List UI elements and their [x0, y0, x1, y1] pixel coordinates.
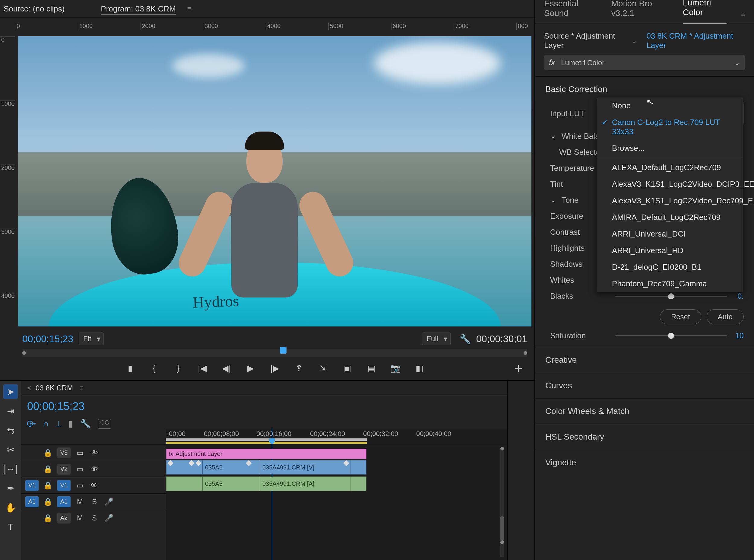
magnet-icon[interactable]: ∩ — [43, 419, 49, 429]
insert-icon[interactable]: ⇲ — [317, 362, 329, 374]
lut-option[interactable]: AlexaV3_K1S1_LogC2Video_DCIP3_EE — [597, 176, 743, 193]
tab-lumetri-color[interactable]: Lumetri Color — [683, 0, 727, 23]
program-monitor[interactable]: Hydros — [15, 30, 534, 328]
go-to-in-icon[interactable]: |◀ — [196, 362, 208, 374]
disclosure-icon[interactable]: ⌄ — [550, 133, 555, 140]
slip-tool-icon[interactable]: |↔| — [3, 462, 18, 476]
panel-menu-icon[interactable]: ≡ — [741, 10, 745, 18]
voice-over-icon[interactable]: 🎤 — [104, 514, 114, 522]
lock-icon[interactable]: 🔒 — [43, 481, 53, 490]
eye-icon[interactable]: 👁 — [89, 465, 100, 474]
lut-option[interactable]: ARRI_Universal_HD — [597, 242, 743, 259]
sync-lock-icon[interactable]: ▭ — [75, 465, 85, 474]
auto-button[interactable]: Auto — [707, 309, 744, 324]
lock-icon[interactable]: 🔒 — [43, 449, 53, 457]
step-forward-icon[interactable]: |▶ — [269, 362, 281, 374]
tab-essential-sound[interactable]: Essential Sound — [544, 0, 597, 23]
mute-button[interactable]: M — [75, 514, 85, 522]
eye-icon[interactable]: 👁 — [89, 481, 100, 490]
eye-icon[interactable]: 👁 — [89, 449, 100, 457]
saturation-slider[interactable] — [615, 335, 727, 336]
track-select-tool-icon[interactable]: ⇥ — [3, 404, 18, 418]
source-panel-title[interactable]: Source: (no clips) — [4, 4, 64, 14]
lut-option-browse[interactable]: Browse... — [597, 140, 743, 157]
lock-icon[interactable]: 🔒 — [43, 465, 53, 474]
step-back-icon[interactable]: ◀| — [221, 362, 232, 374]
sequence-menu-icon[interactable]: ≡ — [80, 384, 84, 392]
section-color-wheels[interactable]: Color Wheels & Match — [535, 398, 754, 424]
close-sequence-icon[interactable]: × — [27, 384, 32, 392]
current-timecode[interactable]: 00;00;15;23 — [22, 334, 73, 344]
mute-button[interactable]: M — [75, 498, 85, 506]
lock-icon[interactable]: 🔒 — [43, 498, 53, 506]
effect-dropdown[interactable]: fx Lumetri Color ⌄ — [544, 55, 745, 70]
audio-clip-row[interactable]: 035A5 035A4991.CRM [A] — [166, 476, 366, 491]
lut-option[interactable]: AlexaV3_K1S1_LogC2Video_Rec709_EE — [597, 193, 743, 209]
play-icon[interactable]: ▶ — [245, 362, 257, 374]
lut-option[interactable]: ALEXA_Default_LogC2Rec709 — [597, 159, 743, 176]
section-vignette[interactable]: Vignette — [535, 449, 754, 475]
mark-out-icon[interactable]: } — [172, 362, 184, 374]
lut-option[interactable]: AMIRA_Default_LogC2Rec709 — [597, 209, 743, 226]
panel-menu-icon[interactable]: ≡ — [187, 5, 191, 13]
selection-tool-icon[interactable]: ➤ — [3, 384, 18, 399]
voice-over-icon[interactable]: 🎤 — [104, 498, 114, 506]
mark-in-icon[interactable]: { — [148, 362, 160, 374]
reset-button[interactable]: Reset — [660, 309, 701, 324]
lift-icon[interactable]: ▤ — [365, 362, 377, 374]
section-hsl-secondary[interactable]: HSL Secondary — [535, 424, 754, 449]
snap-icon[interactable]: ⌱ — [27, 419, 36, 429]
video-clip-row[interactable]: 035A5 035A4991.CRM [V] — [166, 460, 366, 475]
source-v1-button[interactable]: V1 — [25, 480, 39, 491]
lut-option[interactable]: D-21_delogC_EI0200_B1 — [597, 259, 743, 276]
track-v2-label[interactable]: V2 — [57, 464, 70, 475]
adjustment-layer-clip[interactable]: fx Adjustment Layer — [166, 449, 366, 459]
sync-lock-icon[interactable]: ▭ — [75, 449, 85, 457]
timeline-ruler[interactable]: ;00;00 00;00;08;00 00;00;16;00 00;00;24;… — [166, 429, 507, 444]
overwrite-icon[interactable]: ▣ — [341, 362, 353, 374]
playhead-handle[interactable] — [280, 347, 287, 354]
settings-icon[interactable]: 🔧 — [80, 419, 91, 429]
camera-icon[interactable]: 📷 — [389, 362, 402, 374]
lut-option[interactable]: Phantom_Rec709_Gamma — [597, 276, 743, 292]
timeline-vertical-scrollbar[interactable] — [500, 447, 504, 557]
cc-icon[interactable]: CC — [98, 419, 111, 429]
master-path-label[interactable]: 03 8K CRM * Adjustment Layer — [646, 32, 745, 50]
lut-option-current[interactable]: Canon C-Log2 to Rec.709 LUT 33x33 — [597, 114, 743, 140]
zoom-fit-dropdown[interactable]: Fit — [79, 333, 104, 345]
solo-button[interactable]: S — [89, 498, 100, 506]
section-curves[interactable]: Curves — [535, 373, 754, 398]
razor-tool-icon[interactable]: ✂ — [3, 442, 18, 457]
track-a1-label[interactable]: A1 — [57, 496, 70, 507]
type-tool-icon[interactable]: T — [3, 520, 18, 534]
sync-lock-icon[interactable]: ▭ — [75, 481, 85, 490]
source-path-label[interactable]: Source * Adjustment Layer — [544, 32, 628, 50]
lut-option-none[interactable]: None — [597, 97, 743, 114]
marker-icon[interactable]: ▮ — [68, 419, 73, 429]
resolution-dropdown[interactable]: Full — [422, 333, 451, 345]
scrub-bar[interactable] — [22, 349, 527, 357]
program-panel-title[interactable]: Program: 03 8K CRM — [101, 4, 176, 14]
track-v3-label[interactable]: V3 — [57, 447, 70, 458]
disclosure-icon[interactable]: ⌄ — [550, 196, 555, 204]
lock-icon[interactable]: 🔒 — [43, 514, 53, 522]
linked-selection-icon[interactable]: ⟂ — [56, 419, 61, 429]
lut-option[interactable]: ARRI_Universal_DCI — [597, 226, 743, 242]
tab-motion-bro[interactable]: Motion Bro v3.2.1 — [611, 0, 668, 23]
chevron-down-icon[interactable]: ⌄ — [631, 37, 637, 45]
source-a1-button[interactable]: A1 — [25, 496, 39, 507]
blacks-slider[interactable] — [615, 296, 727, 297]
export-frame-icon[interactable]: ⇪ — [293, 362, 305, 374]
hand-tool-icon[interactable]: ✋ — [3, 500, 18, 515]
sequence-timecode[interactable]: 00;00;15;23 — [27, 400, 84, 413]
track-a2-label[interactable]: A2 — [57, 513, 70, 523]
settings-wrench-icon[interactable]: 🔧 — [460, 334, 471, 344]
solo-button[interactable]: S — [89, 514, 100, 522]
add-marker-icon[interactable]: ▮ — [124, 362, 136, 374]
track-v1-label[interactable]: V1 — [57, 480, 70, 491]
button-editor-icon[interactable]: ＋ — [512, 360, 525, 377]
ripple-edit-tool-icon[interactable]: ⇆ — [3, 423, 18, 438]
pen-tool-icon[interactable]: ✒ — [3, 481, 18, 496]
comparison-view-icon[interactable]: ◧ — [413, 362, 426, 374]
section-creative[interactable]: Creative — [535, 347, 754, 373]
